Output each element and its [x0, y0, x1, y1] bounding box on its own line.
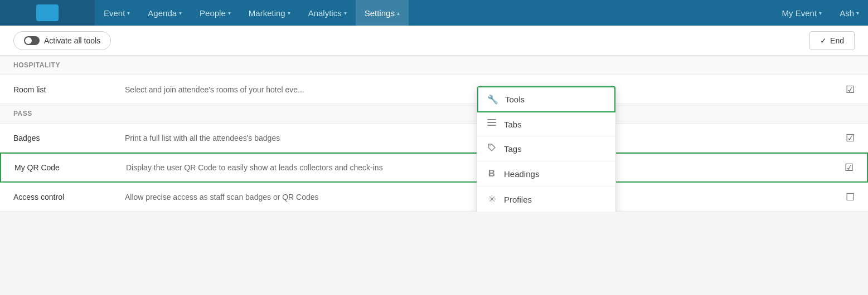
row-name-accesscontrol: Access control	[13, 193, 125, 201]
nav-settings-label: Settings	[365, 8, 395, 18]
dropdown-overlay: 🔧 Tools Tabs	[477, 86, 616, 212]
dropdown-label-tags: Tags	[504, 144, 607, 154]
profiles-icon: ✳	[486, 193, 497, 205]
activate-all-tools-button[interactable]: Activate all tools	[13, 31, 111, 50]
dropdown-item-tags[interactable]: Tags	[477, 136, 615, 161]
headings-icon: B	[486, 168, 497, 179]
dropdown-label-tools: Tools	[505, 95, 605, 104]
svg-point-4	[489, 145, 491, 146]
nav-items: Event ▾ Agenda ▾ People ▾ Marketing ▾ An…	[95, 0, 773, 26]
nav-analytics-label: Analytics	[308, 8, 342, 18]
nav-item-agenda[interactable]: Agenda ▾	[139, 0, 191, 26]
end-button[interactable]: ✓ End	[809, 31, 855, 50]
row-name-badges: Badges	[13, 134, 125, 142]
dropdown-label-tabs: Tabs	[504, 120, 607, 129]
row-name-myqrcode: My QR Code	[14, 163, 126, 172]
nav-myevent-label: My Event	[782, 8, 817, 18]
wrench-icon: 🔧	[487, 94, 498, 105]
table-row: Access control Allow precise access as s…	[0, 183, 868, 212]
toolbar: Activate all tools ✓ End	[0, 26, 868, 56]
nav-logo[interactable]	[0, 0, 95, 26]
chevron-down-icon: ▾	[288, 10, 290, 16]
dropdown-label-profiles: Profiles	[504, 195, 607, 204]
activate-label: Activate all tools	[44, 36, 100, 45]
chevron-down-icon: ▾	[127, 10, 130, 16]
check-icon: ✓	[820, 36, 827, 45]
nav-agenda-label: Agenda	[148, 8, 177, 18]
dropdown-item-profiles[interactable]: ✳ Profiles	[477, 186, 615, 212]
table-area: HOSPITALITY Room list Select and join at…	[0, 56, 868, 212]
nav-people-label: People	[200, 8, 226, 18]
dropdown-label-headings: Headings	[504, 169, 607, 179]
checkbox-accesscontrol[interactable]: ☐	[846, 191, 855, 203]
svg-rect-1	[487, 122, 496, 123]
toggle-icon	[24, 36, 40, 45]
tabs-icon	[486, 119, 497, 129]
section-header-pass: PASS	[0, 104, 868, 124]
nav-marketing-label: Marketing	[249, 8, 285, 18]
end-label: End	[830, 36, 844, 45]
chevron-down-icon: ▾	[228, 10, 231, 16]
dropdown-item-tools[interactable]: 🔧 Tools	[477, 86, 615, 112]
nav-ash-label: Ash	[840, 8, 854, 18]
nav-bar: Event ▾ Agenda ▾ People ▾ Marketing ▾ An…	[0, 0, 868, 26]
nav-item-analytics[interactable]: Analytics ▾	[299, 0, 356, 26]
main-content: HOSPITALITY Room list Select and join at…	[0, 56, 868, 212]
logo-icon	[36, 4, 59, 21]
svg-rect-2	[487, 125, 496, 126]
settings-dropdown-menu: 🔧 Tools Tabs	[477, 86, 616, 212]
dropdown-item-headings[interactable]: B Headings	[477, 161, 615, 186]
nav-item-settings[interactable]: Settings ▴	[356, 0, 409, 26]
table-row: Badges Print a full list with all the at…	[0, 124, 868, 153]
chevron-down-icon: ▾	[179, 10, 182, 16]
chevron-down-icon: ▾	[344, 10, 347, 16]
chevron-down-icon: ▾	[856, 10, 859, 16]
nav-right: My Event ▾ Ash ▾	[773, 0, 868, 26]
nav-event-label: Event	[104, 8, 125, 18]
table-row: Room list Select and join attendee's roo…	[0, 75, 868, 104]
checkbox-myqrcode[interactable]: ☑	[845, 161, 854, 174]
nav-item-event[interactable]: Event ▾	[95, 0, 139, 26]
section-header-hospitality: HOSPITALITY	[0, 56, 868, 75]
nav-item-people[interactable]: People ▾	[191, 0, 240, 26]
svg-rect-3	[488, 119, 489, 120]
table-row-highlighted: My QR Code Display the user QR Code to e…	[0, 153, 868, 183]
checkbox-roomlist[interactable]: ☑	[846, 83, 855, 96]
chevron-down-icon: ▾	[819, 10, 822, 16]
nav-item-ash[interactable]: Ash ▾	[831, 0, 868, 26]
nav-item-marketing[interactable]: Marketing ▾	[240, 0, 299, 26]
dropdown-item-tabs[interactable]: Tabs	[477, 112, 615, 136]
row-name-roomlist: Room list	[13, 85, 125, 94]
checkbox-badges[interactable]: ☑	[846, 132, 855, 144]
tags-icon	[486, 143, 497, 154]
nav-item-myevent[interactable]: My Event ▾	[773, 0, 831, 26]
chevron-up-icon: ▴	[397, 10, 400, 16]
